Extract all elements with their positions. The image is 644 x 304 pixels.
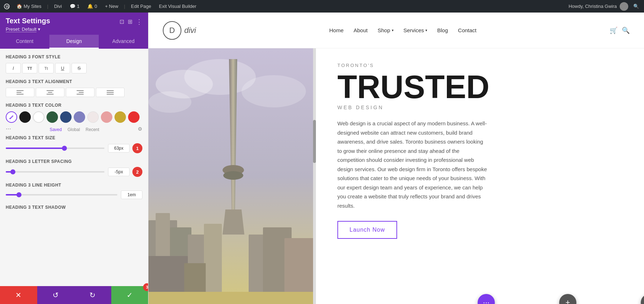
float-add-btn-2[interactable]: + <box>641 294 644 304</box>
float-dots-btn[interactable]: ··· <box>478 294 495 304</box>
color-swatches-row <box>6 111 142 123</box>
content-area: TORONTO'S TRUSTED WEB DESIGN Web design … <box>148 48 644 304</box>
align-justify-btn[interactable] <box>96 88 125 97</box>
site-menu: Home About Shop ▾ Services ▾ Blog Contac… <box>329 27 477 33</box>
panel-title: Text Settings <box>6 17 50 25</box>
step-badge-2: 2 <box>132 167 142 177</box>
panel-layout-btn[interactable]: ⊞ <box>128 18 132 26</box>
text-size-value: 63px <box>108 144 130 153</box>
global-tab[interactable]: Global <box>68 127 80 132</box>
color-pink[interactable] <box>101 111 112 123</box>
line-height-slider[interactable] <box>6 194 117 196</box>
color-red[interactable] <box>128 111 140 123</box>
heading3-color-label: Heading 3 Text Color <box>6 103 142 108</box>
panel-footer: ✕ ↺ ↻ ✓3 <box>0 286 148 304</box>
nav-shop[interactable]: Shop ▾ <box>377 27 393 33</box>
align-center-btn[interactable] <box>36 88 64 97</box>
panel-preset[interactable]: Preset: Default ▾ <box>6 26 142 32</box>
my-sites-btn[interactable]: 🏠 My Sites <box>14 3 44 10</box>
cart-icon[interactable]: 🛒 <box>610 26 618 34</box>
nav-blog[interactable]: Blog <box>437 27 448 33</box>
heading3-alignment-label: Heading 3 Text Alignment <box>6 79 142 84</box>
color-gold[interactable] <box>114 111 126 123</box>
svg-point-10 <box>223 171 243 180</box>
cancel-btn[interactable]: ✕ <box>0 286 37 304</box>
panel-tabs: Content Design Advanced <box>0 35 148 49</box>
description-text: Web design is a crucial aspect of any mo… <box>337 119 488 210</box>
undo-btn[interactable]: ↺ <box>37 286 74 304</box>
panel-body: Heading 3 Font Style I TT Tt U S Heading… <box>0 49 148 286</box>
float-add-btn-1[interactable]: + <box>559 294 576 304</box>
letter-spacing-value: -5px <box>108 168 130 176</box>
nav-about[interactable]: About <box>353 27 367 33</box>
saved-tab[interactable]: Saved <box>50 127 62 132</box>
letter-spacing-row: Heading 3 Letter Spacing -5px 2 <box>6 159 142 177</box>
italic-btn[interactable]: I <box>6 63 21 73</box>
site-nav: D divi Home About Shop ▾ Services ▾ Blog… <box>148 13 644 48</box>
comments-btn[interactable]: 💬 1 <box>68 3 82 10</box>
color-dark-blue[interactable] <box>60 111 72 123</box>
redo-btn[interactable]: ↻ <box>74 286 111 304</box>
panel-resize-btn[interactable]: ⊡ <box>119 18 124 26</box>
city-image <box>148 48 313 304</box>
color-light-pink[interactable] <box>87 111 99 123</box>
heading3-font-style-label: Heading 3 Font Style <box>6 54 142 59</box>
settings-panel: Text Settings ⊡ ⊞ ⋮ Preset: Default ▾ Co… <box>0 13 148 304</box>
text-size-slider[interactable] <box>6 148 104 149</box>
svg-rect-22 <box>148 292 313 304</box>
exit-builder-btn[interactable]: Exit Visual Builder <box>157 3 199 10</box>
eyedropper-btn[interactable] <box>6 111 17 123</box>
capitalize-btn[interactable]: Tt <box>39 63 54 73</box>
allcaps-btn[interactable]: TT <box>22 63 37 73</box>
search-admin-btn[interactable]: 🔍 <box>631 3 641 10</box>
letter-spacing-slider[interactable] <box>6 171 104 173</box>
color-white[interactable] <box>33 111 44 123</box>
notifications-btn[interactable]: 🔔 0 <box>85 3 99 10</box>
new-btn[interactable]: + New <box>103 3 120 10</box>
letter-spacing-label: Heading 3 Letter Spacing <box>6 159 142 164</box>
color-medium-blue[interactable] <box>74 111 85 123</box>
divi-btn[interactable]: Divi <box>52 3 64 10</box>
preview-area: D divi Home About Shop ▾ Services ▾ Blog… <box>148 13 644 304</box>
logo-circle: D <box>163 21 181 40</box>
font-style-group: I TT Tt U S <box>6 63 142 73</box>
vertical-scrollbar[interactable] <box>313 48 316 304</box>
line-height-row: Heading 3 Line Height 1em <box>6 183 142 199</box>
site-logo: D divi <box>163 21 196 40</box>
user-avatar <box>620 2 628 11</box>
heading3-text-shadow-label: Heading 3 Text Shadow <box>6 205 142 210</box>
line-height-value: 1em <box>121 190 142 199</box>
nav-services[interactable]: Services ▾ <box>404 27 428 33</box>
tab-design[interactable]: Design <box>49 35 99 49</box>
text-size-row: Heading 3 Text Size 63px 1 <box>6 135 142 153</box>
text-size-label: Heading 3 Text Size <box>6 135 142 140</box>
user-greeting: Howdy, Christina Gwira <box>569 4 617 9</box>
trusted-heading: TRUSTED <box>337 71 623 103</box>
confirm-btn[interactable]: ✓3 <box>111 286 148 304</box>
tab-content[interactable]: Content <box>0 35 49 49</box>
strikethrough-btn[interactable]: S <box>72 63 87 73</box>
search-site-icon[interactable]: 🔍 <box>622 26 630 34</box>
align-left-btn[interactable] <box>6 88 34 97</box>
nav-home[interactable]: Home <box>329 27 343 33</box>
wordpress-icon[interactable]: W <box>3 3 11 10</box>
toronto-label: TORONTO'S <box>337 63 623 68</box>
panel-more-btn[interactable]: ⋮ <box>136 18 142 26</box>
edit-page-btn[interactable]: Edit Page <box>129 3 153 10</box>
logo-text: divi <box>184 26 196 35</box>
color-dark-green[interactable] <box>47 111 58 123</box>
tab-advanced[interactable]: Advanced <box>99 35 148 49</box>
svg-point-7 <box>148 91 191 113</box>
align-right-btn[interactable] <box>66 88 94 97</box>
hero-text-col: TORONTO'S TRUSTED WEB DESIGN Web design … <box>316 48 644 304</box>
underline-btn[interactable]: U <box>55 63 70 73</box>
svg-point-6 <box>241 75 306 107</box>
more-colors-btn[interactable]: ··· <box>6 125 11 132</box>
nav-contact[interactable]: Contact <box>458 27 477 33</box>
menu-icons: 🛒 🔍 <box>610 26 630 34</box>
color-black[interactable] <box>19 111 31 123</box>
launch-btn[interactable]: Launch Now <box>337 221 397 239</box>
color-settings-icon[interactable]: ⚙ <box>138 126 142 132</box>
recent-tab[interactable]: Recent <box>86 127 99 132</box>
web-design-label: WEB DESIGN <box>337 105 623 110</box>
